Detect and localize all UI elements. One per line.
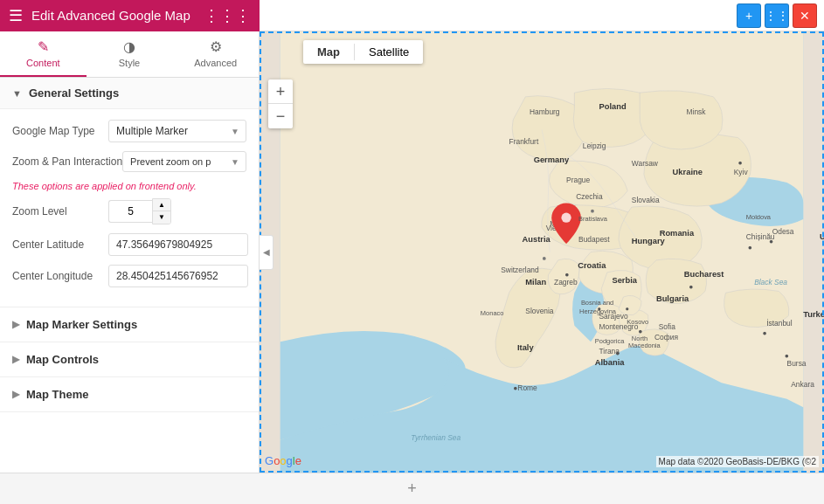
zoom-pan-row: Zoom & Pan Interaction Prevent zoom on p…: [12, 151, 246, 172]
zoom-pan-select-wrapper: Prevent zoom on p Allow zoom on page scr…: [122, 151, 246, 172]
map-marker-section[interactable]: ▶ Map Marker Settings: [0, 307, 259, 342]
style-tab-icon: ◑: [123, 38, 135, 55]
zoom-out-btn[interactable]: −: [268, 104, 293, 128]
bottom-add-btn[interactable]: +: [407, 480, 417, 498]
svg-text:●: ●: [737, 158, 742, 167]
close-button[interactable]: ✕: [793, 3, 817, 28]
zoom-level-label: Zoom Level: [12, 205, 108, 217]
svg-text:Kosovo: Kosovo: [627, 318, 648, 326]
svg-text:Zagreb: Zagreb: [554, 278, 578, 287]
svg-text:●: ●: [689, 282, 693, 291]
svg-text:Serbia: Serbia: [612, 276, 637, 285]
advanced-tab-icon: ⚙: [210, 38, 222, 55]
menu-icon[interactable]: ☰: [9, 6, 23, 25]
tab-advanced[interactable]: ⚙ Advanced: [172, 31, 259, 77]
content-tab-icon: ✎: [38, 38, 49, 55]
svg-text:Turkey: Turkey: [803, 310, 824, 319]
map-type-select-wrapper: Multiple Marker Single Marker Route Map …: [108, 120, 246, 142]
svg-text:Czechia: Czechia: [576, 192, 603, 201]
zoom-spinner: ▲ ▼: [152, 198, 171, 224]
main-layout: ✎ Content ◑ Style ⚙ Advanced ▼ General S…: [0, 31, 824, 473]
svg-text:Bratislava: Bratislava: [578, 215, 608, 223]
svg-text:Minsk: Minsk: [687, 107, 707, 116]
map-theme-label: Map Theme: [26, 388, 89, 401]
svg-text:Hungary: Hungary: [632, 237, 666, 245]
satellite-view-btn[interactable]: Satellite: [355, 40, 423, 64]
svg-text:Bucharest: Bucharest: [684, 270, 724, 279]
svg-text:●: ●: [638, 327, 642, 335]
zoom-level-input[interactable]: [108, 200, 152, 223]
map-controls-label: Map Controls: [26, 353, 99, 366]
hint-text: These options are applied on frontend on…: [12, 181, 246, 191]
general-settings-header[interactable]: ▼ General Settings: [0, 78, 259, 109]
svg-point-65: [561, 213, 571, 223]
grid-icon[interactable]: ⋮⋮⋮: [204, 6, 251, 25]
map-controls-section[interactable]: ▶ Map Controls: [0, 342, 259, 377]
tab-advanced-label: Advanced: [194, 58, 237, 68]
svg-text:●: ●: [763, 328, 767, 337]
general-settings-title: General Settings: [29, 86, 119, 100]
svg-text:Ukraine: Ukraine: [673, 168, 703, 176]
tabs-bar: ✎ Content ◑ Style ⚙ Advanced: [0, 31, 259, 78]
map-credits: Map data ©2020 GeoBasis-DE/BKG (©2: [656, 456, 819, 467]
svg-text:●: ●: [785, 351, 789, 360]
svg-text:●: ●: [598, 305, 602, 313]
zoom-level-input-wrap: ▲ ▼: [108, 198, 246, 224]
longitude-row: Center Longitude: [12, 265, 246, 287]
dots-button[interactable]: ⋮⋮: [765, 3, 789, 28]
latitude-row: Center Latitude: [12, 233, 246, 256]
svg-point-66: [591, 210, 594, 213]
svg-text:Slovenia: Slovenia: [525, 307, 554, 315]
svg-text:Frankfurt: Frankfurt: [509, 137, 539, 146]
latitude-label: Center Latitude: [12, 238, 108, 251]
tab-content-label: Content: [26, 58, 60, 68]
zoom-down-btn[interactable]: ▼: [153, 211, 170, 224]
map-type-row: Google Map Type Multiple Marker Single M…: [12, 120, 246, 142]
page-title: Edit Advanced Google Map: [31, 8, 195, 23]
svg-text:Black Sea: Black Sea: [754, 278, 787, 287]
tab-content[interactable]: ✎ Content: [0, 31, 87, 77]
zoom-pan-label: Zoom & Pan Interaction: [12, 155, 122, 168]
bottom-bar: +: [0, 473, 824, 504]
svg-text:Moldova: Moldova: [746, 213, 772, 221]
svg-text:Switzerland: Switzerland: [501, 266, 539, 274]
map-area: ◀ Map Satellite + −: [260, 31, 824, 473]
svg-text:Leipzig: Leipzig: [583, 142, 606, 150]
add-button[interactable]: +: [737, 3, 761, 28]
svg-text:●Rome: ●Rome: [513, 383, 537, 392]
tab-style[interactable]: ◑ Style: [87, 31, 173, 77]
zoom-controls: + −: [268, 79, 293, 128]
map-marker-arrow: ▶: [12, 319, 19, 330]
svg-text:●: ●: [615, 349, 620, 357]
svg-text:Tyrrhenian Sea: Tyrrhenian Sea: [411, 433, 460, 442]
svg-text:Bursa: Bursa: [787, 359, 807, 368]
svg-text:Warsaw: Warsaw: [632, 159, 659, 168]
map-type-select[interactable]: Multiple Marker Single Marker Route Map: [108, 120, 246, 142]
svg-text:●: ●: [625, 305, 629, 313]
latitude-input[interactable]: [108, 233, 248, 256]
map-type-label: Google Map Type: [12, 125, 108, 137]
map-theme-arrow: ▶: [12, 389, 19, 400]
svg-text:Prague: Prague: [566, 176, 590, 184]
zoom-up-btn[interactable]: ▲: [153, 199, 170, 211]
panel-toggle[interactable]: ◀: [260, 235, 274, 270]
zoom-pan-select[interactable]: Prevent zoom on p Allow zoom on page scr…: [122, 151, 246, 172]
longitude-input[interactable]: [108, 265, 248, 287]
svg-text:●: ●: [564, 270, 569, 279]
tab-style-label: Style: [119, 58, 140, 68]
map-footer: Google: [265, 454, 301, 467]
svg-text:Hamburg: Hamburg: [530, 107, 560, 116]
map-view-btn[interactable]: Map: [303, 40, 354, 64]
svg-text:Albania: Albania: [595, 358, 626, 367]
svg-text:●: ●: [748, 243, 752, 252]
svg-text:Sarajevo: Sarajevo: [599, 312, 628, 321]
general-settings-arrow: ▼: [12, 88, 22, 99]
svg-point-68: [543, 257, 546, 260]
zoom-in-btn[interactable]: +: [268, 79, 293, 104]
svg-text:Bulgaria: Bulgaria: [656, 294, 689, 303]
svg-text:Poland: Poland: [599, 102, 626, 111]
map-theme-section[interactable]: ▶ Map Theme: [0, 377, 259, 412]
map-svg: Hamburg Frankfurt Germany Poland Warsaw …: [260, 31, 824, 473]
svg-text:Budapest: Budapest: [578, 235, 610, 244]
svg-text:Macedonia: Macedonia: [628, 342, 661, 349]
